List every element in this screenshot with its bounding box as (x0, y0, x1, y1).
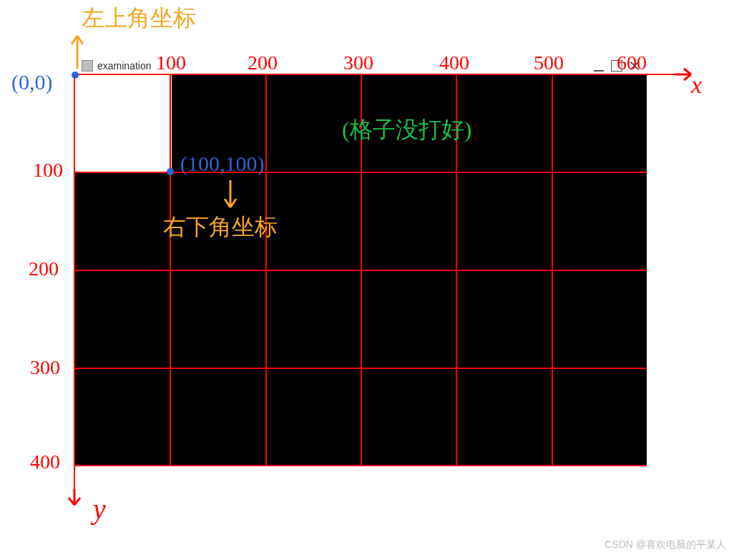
y-tick-400: 400 (30, 451, 60, 473)
x-tick-500: 500 (534, 51, 564, 74)
x-tick-400: 400 (439, 51, 469, 74)
y-arrowhead (67, 489, 82, 511)
watermark: CSDN @喜欢电脑的平某人 (605, 539, 726, 551)
window-title: examination (97, 60, 152, 72)
grid-note: (格子没打好) (342, 114, 471, 146)
inner-dot (167, 168, 174, 175)
inner-point-label: (100,100) (180, 152, 264, 176)
grid-h-400 (74, 465, 647, 466)
bottom-right-arrow-icon (222, 180, 239, 215)
y-tick-100: 100 (33, 159, 63, 182)
x-axis-label: x (691, 72, 702, 99)
grid-h-300 (74, 368, 647, 369)
grid-h-200 (74, 270, 647, 271)
y-axis (74, 74, 75, 496)
x-tick-300: 300 (343, 51, 373, 74)
x-tick-600: 600 (617, 51, 647, 74)
white-origin-block (74, 74, 172, 172)
x-tick-100: 100 (156, 51, 186, 74)
origin-dot (72, 72, 79, 79)
x-tick-200: 200 (248, 51, 278, 74)
top-left-arrow-icon (69, 27, 86, 70)
y-tick-300: 300 (30, 356, 60, 379)
y-tick-200: 200 (29, 257, 59, 280)
top-left-annotation: 左上角坐标 (82, 3, 196, 34)
y-axis-label: y (93, 492, 106, 526)
minimize-icon[interactable] (594, 60, 604, 72)
bottom-right-annotation: 右下角坐标 (163, 212, 278, 243)
grid-h-100 (74, 172, 647, 173)
origin-label: (0,0) (11, 70, 52, 94)
